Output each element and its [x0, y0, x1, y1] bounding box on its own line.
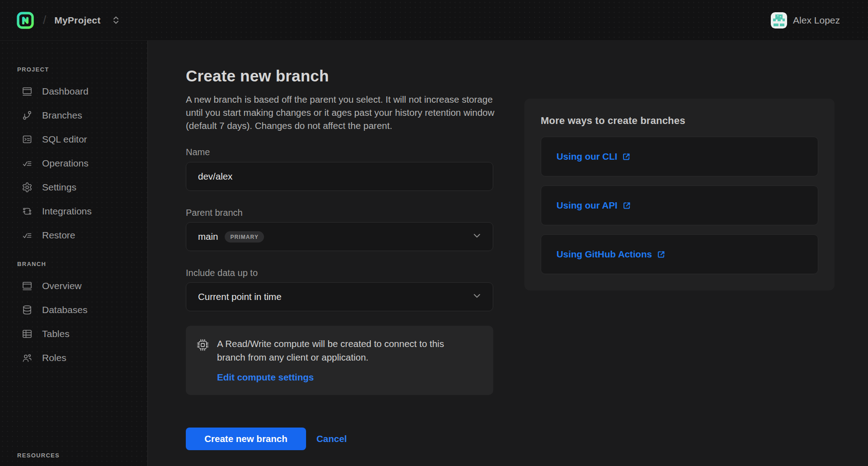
sidebar-item-integrations[interactable]: Integrations	[0, 199, 147, 223]
create-branch-button[interactable]: Create new branch	[186, 428, 306, 450]
cli-link: Using our CLI	[557, 151, 631, 162]
external-link-icon	[656, 249, 666, 259]
table-icon	[22, 328, 33, 339]
checklist-icon	[22, 158, 33, 169]
edit-compute-settings-link[interactable]: Edit compute settings	[217, 372, 314, 383]
sidebar-item-operations[interactable]: Operations	[0, 151, 147, 175]
main-content: Create new branch A new branch is based …	[148, 41, 868, 466]
dashboard-icon	[22, 86, 33, 97]
avatar	[771, 12, 787, 29]
sidebar-item-label: Integrations	[42, 206, 92, 217]
user-name: Alex Lopez	[793, 15, 840, 26]
external-link-icon	[622, 200, 632, 210]
sidebar-item-roles[interactable]: Roles	[0, 346, 147, 370]
parent-branch-label: Parent branch	[186, 207, 493, 218]
top-bar: / MyProject Alex Lopez	[0, 0, 868, 41]
sidebar: PROJECT Dashboard Branches SQL editor Op…	[0, 41, 148, 466]
api-link-card[interactable]: Using our API	[541, 185, 818, 225]
sidebar-item-databases[interactable]: Databases	[0, 298, 147, 322]
git-branch-icon	[22, 110, 33, 121]
users-icon	[22, 352, 33, 363]
sidebar-item-label: SQL editor	[42, 134, 87, 145]
user-menu[interactable]: Alex Lopez	[771, 12, 840, 29]
more-ways-title: More ways to create branches	[541, 115, 818, 127]
page-title: Create new branch	[186, 66, 493, 86]
api-link-label: Using our API	[557, 200, 618, 211]
sidebar-spacer	[0, 370, 147, 452]
sidebar-item-label: Operations	[42, 158, 89, 169]
chevron-up-down-icon	[112, 15, 120, 25]
github-actions-link-card[interactable]: Using GitHub Actions	[541, 234, 818, 274]
sidebar-item-overview[interactable]: Overview	[0, 274, 147, 298]
form-actions: Create new branch Cancel	[186, 428, 493, 450]
cli-link-card[interactable]: Using our CLI	[541, 137, 818, 176]
include-data-select[interactable]: Current point in time	[186, 282, 493, 311]
include-data-label: Include data up to	[186, 267, 493, 278]
sidebar-item-dashboard[interactable]: Dashboard	[0, 79, 147, 103]
parent-branch-value: main	[198, 231, 218, 242]
sidebar-item-label: Dashboard	[42, 86, 89, 97]
breadcrumb-separator: /	[43, 13, 46, 27]
page-description: A new branch is based off the parent you…	[186, 93, 498, 132]
parent-branch-select[interactable]: main PRIMARY	[186, 222, 493, 251]
github-actions-link: Using GitHub Actions	[557, 249, 666, 260]
terminal-icon	[22, 134, 33, 145]
sidebar-item-settings[interactable]: Settings	[0, 175, 147, 199]
sidebar-item-tables[interactable]: Tables	[0, 322, 147, 346]
compute-info-text: A Read/Write compute will be created to …	[217, 337, 472, 364]
primary-badge: PRIMARY	[225, 231, 264, 243]
sidebar-item-label: Databases	[42, 304, 87, 315]
cancel-button[interactable]: Cancel	[316, 433, 347, 444]
compute-info-body: A Read/Write compute will be created to …	[217, 337, 472, 383]
sidebar-item-label: Branches	[42, 110, 82, 121]
sidebar-item-label: Roles	[42, 352, 66, 363]
sidebar-item-branches[interactable]: Branches	[0, 103, 147, 127]
name-label: Name	[186, 147, 493, 157]
external-link-icon	[622, 152, 631, 162]
branch-name-input[interactable]	[186, 162, 493, 191]
checklist-icon	[22, 230, 33, 241]
sidebar-section-branch: BRANCH	[0, 261, 147, 267]
sidebar-item-sql-editor[interactable]: SQL editor	[0, 127, 147, 151]
project-name: MyProject	[54, 15, 100, 26]
cli-link-label: Using our CLI	[557, 151, 617, 162]
api-link: Using our API	[557, 200, 632, 211]
more-ways-panel: More ways to create branches Using our C…	[524, 99, 835, 290]
gear-icon	[22, 182, 33, 193]
sidebar-item-label: Restore	[42, 230, 75, 241]
sync-icon	[22, 206, 33, 217]
sidebar-item-label: Settings	[42, 182, 76, 193]
database-icon	[22, 304, 33, 315]
window-icon	[22, 281, 33, 291]
create-branch-form: Create new branch A new branch is based …	[186, 66, 493, 450]
cpu-chip-icon	[196, 338, 210, 352]
project-switcher[interactable]: MyProject	[54, 15, 120, 26]
include-data-value: Current point in time	[198, 291, 282, 302]
compute-info-box: A Read/Write compute will be created to …	[186, 326, 493, 395]
github-actions-link-label: Using GitHub Actions	[557, 249, 652, 260]
sidebar-section-resources: RESOURCES	[0, 452, 147, 459]
neon-logo-icon[interactable]	[17, 12, 34, 29]
sidebar-item-restore[interactable]: Restore	[0, 223, 147, 247]
sidebar-section-project: PROJECT	[0, 66, 147, 73]
sidebar-item-label: Overview	[42, 281, 82, 291]
chevron-down-icon	[472, 231, 482, 243]
sidebar-item-label: Tables	[42, 328, 70, 339]
chevron-down-icon	[472, 291, 482, 303]
